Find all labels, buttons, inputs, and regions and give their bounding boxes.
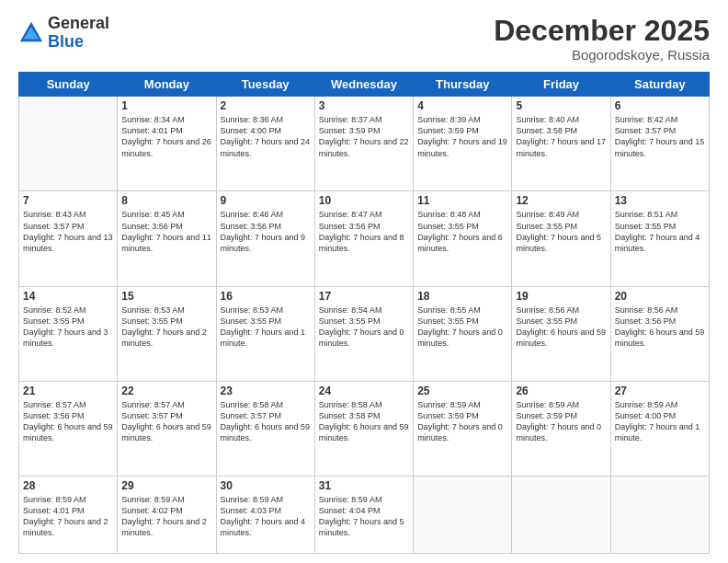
day-number: 13 xyxy=(615,194,705,207)
table-row: 7Sunrise: 8:43 AMSunset: 3:57 PMDaylight… xyxy=(19,191,118,286)
day-number: 8 xyxy=(121,194,211,207)
table-row: 18Sunrise: 8:55 AMSunset: 3:55 PMDayligh… xyxy=(414,286,512,381)
day-number: 19 xyxy=(516,290,606,303)
cell-content: Sunrise: 8:46 AMSunset: 3:56 PMDaylight:… xyxy=(221,209,311,254)
cell-content: Sunrise: 8:59 AMSunset: 4:01 PMDaylight:… xyxy=(23,494,113,539)
month-title: December 2025 xyxy=(494,15,710,47)
cell-content: Sunrise: 8:37 AMSunset: 3:59 PMDaylight:… xyxy=(319,114,409,159)
cell-content: Sunrise: 8:58 AMSunset: 3:57 PMDaylight:… xyxy=(221,399,311,444)
cell-content: Sunrise: 8:36 AMSunset: 4:00 PMDaylight:… xyxy=(221,114,311,159)
day-number: 30 xyxy=(221,479,311,492)
table-row: 13Sunrise: 8:51 AMSunset: 3:55 PMDayligh… xyxy=(610,191,709,286)
day-number: 24 xyxy=(319,385,409,397)
calendar-week-row: 1Sunrise: 8:34 AMSunset: 4:01 PMDaylight… xyxy=(19,97,710,191)
table-row: 11Sunrise: 8:48 AMSunset: 3:55 PMDayligh… xyxy=(414,191,512,286)
calendar-header-row: Sunday Monday Tuesday Wednesday Thursday… xyxy=(19,73,710,97)
table-row: 10Sunrise: 8:47 AMSunset: 3:56 PMDayligh… xyxy=(314,191,413,286)
table-row: 16Sunrise: 8:53 AMSunset: 3:55 PMDayligh… xyxy=(216,286,314,381)
day-number: 21 xyxy=(23,385,113,397)
day-number: 7 xyxy=(23,194,113,207)
table-row xyxy=(512,477,610,554)
day-number: 17 xyxy=(319,290,409,303)
table-row: 12Sunrise: 8:49 AMSunset: 3:55 PMDayligh… xyxy=(512,191,610,286)
calendar-week-row: 7Sunrise: 8:43 AMSunset: 3:57 PMDaylight… xyxy=(19,191,710,286)
col-sunday: Sunday xyxy=(19,73,118,97)
col-tuesday: Tuesday xyxy=(216,73,314,97)
day-number: 25 xyxy=(417,385,507,397)
calendar-table: Sunday Monday Tuesday Wednesday Thursday… xyxy=(18,72,710,554)
day-number: 1 xyxy=(121,99,211,112)
table-row: 27Sunrise: 8:59 AMSunset: 4:00 PMDayligh… xyxy=(610,381,709,476)
day-number: 5 xyxy=(516,99,606,112)
cell-content: Sunrise: 8:52 AMSunset: 3:55 PMDaylight:… xyxy=(23,304,113,350)
day-number: 2 xyxy=(221,99,311,112)
cell-content: Sunrise: 8:40 AMSunset: 3:58 PMDaylight:… xyxy=(516,114,606,159)
table-row: 17Sunrise: 8:54 AMSunset: 3:55 PMDayligh… xyxy=(314,286,413,381)
day-number: 6 xyxy=(615,99,705,112)
cell-content: Sunrise: 8:49 AMSunset: 3:55 PMDaylight:… xyxy=(516,209,606,254)
day-number: 22 xyxy=(121,385,211,397)
table-row xyxy=(414,477,512,554)
cell-content: Sunrise: 8:59 AMSunset: 4:04 PMDaylight:… xyxy=(319,494,409,539)
table-row: 20Sunrise: 8:56 AMSunset: 3:56 PMDayligh… xyxy=(610,286,709,381)
cell-content: Sunrise: 8:59 AMSunset: 3:59 PMDaylight:… xyxy=(417,399,507,444)
logo: General Blue xyxy=(18,15,109,52)
table-row xyxy=(610,477,709,554)
table-row: 14Sunrise: 8:52 AMSunset: 3:55 PMDayligh… xyxy=(19,286,118,381)
day-number: 12 xyxy=(516,194,606,207)
table-row: 21Sunrise: 8:57 AMSunset: 3:56 PMDayligh… xyxy=(19,381,118,476)
day-number: 26 xyxy=(516,385,606,397)
cell-content: Sunrise: 8:48 AMSunset: 3:55 PMDaylight:… xyxy=(417,209,507,254)
day-number: 9 xyxy=(221,194,311,207)
cell-content: Sunrise: 8:53 AMSunset: 3:55 PMDaylight:… xyxy=(121,304,211,350)
day-number: 4 xyxy=(417,99,507,112)
table-row: 5Sunrise: 8:40 AMSunset: 3:58 PMDaylight… xyxy=(512,97,610,191)
day-number: 20 xyxy=(615,290,705,303)
cell-content: Sunrise: 8:56 AMSunset: 3:56 PMDaylight:… xyxy=(615,304,705,350)
col-thursday: Thursday xyxy=(414,73,512,97)
calendar-week-row: 21Sunrise: 8:57 AMSunset: 3:56 PMDayligh… xyxy=(19,381,710,476)
table-row: 25Sunrise: 8:59 AMSunset: 3:59 PMDayligh… xyxy=(414,381,512,476)
cell-content: Sunrise: 8:42 AMSunset: 3:57 PMDaylight:… xyxy=(615,114,705,159)
header: General Blue December 2025 Bogorodskoye,… xyxy=(18,15,710,63)
table-row: 1Sunrise: 8:34 AMSunset: 4:01 PMDaylight… xyxy=(118,97,216,191)
cell-content: Sunrise: 8:56 AMSunset: 3:55 PMDaylight:… xyxy=(516,304,606,350)
cell-content: Sunrise: 8:59 AMSunset: 4:03 PMDaylight:… xyxy=(221,494,311,539)
table-row: 23Sunrise: 8:58 AMSunset: 3:57 PMDayligh… xyxy=(216,381,314,476)
table-row xyxy=(19,97,118,191)
col-saturday: Saturday xyxy=(610,73,709,97)
table-row: 15Sunrise: 8:53 AMSunset: 3:55 PMDayligh… xyxy=(118,286,216,381)
day-number: 29 xyxy=(121,479,211,492)
day-number: 18 xyxy=(417,290,507,303)
logo-blue-text: Blue xyxy=(48,32,84,51)
cell-content: Sunrise: 8:51 AMSunset: 3:55 PMDaylight:… xyxy=(615,209,705,254)
day-number: 10 xyxy=(319,194,409,207)
table-row: 24Sunrise: 8:58 AMSunset: 3:58 PMDayligh… xyxy=(314,381,413,476)
day-number: 27 xyxy=(615,385,705,397)
col-friday: Friday xyxy=(512,73,610,97)
subtitle: Bogorodskoye, Russia xyxy=(494,47,710,63)
logo-text: General Blue xyxy=(48,15,109,52)
table-row: 29Sunrise: 8:59 AMSunset: 4:02 PMDayligh… xyxy=(118,477,216,554)
col-monday: Monday xyxy=(118,73,216,97)
table-row: 30Sunrise: 8:59 AMSunset: 4:03 PMDayligh… xyxy=(216,477,314,554)
cell-content: Sunrise: 8:57 AMSunset: 3:56 PMDaylight:… xyxy=(23,399,113,444)
page: General Blue December 2025 Bogorodskoye,… xyxy=(0,0,728,563)
table-row: 26Sunrise: 8:59 AMSunset: 3:59 PMDayligh… xyxy=(512,381,610,476)
day-number: 23 xyxy=(221,385,311,397)
table-row: 4Sunrise: 8:39 AMSunset: 3:59 PMDaylight… xyxy=(414,97,512,191)
day-number: 3 xyxy=(319,99,409,112)
day-number: 31 xyxy=(319,479,409,492)
cell-content: Sunrise: 8:59 AMSunset: 3:59 PMDaylight:… xyxy=(516,399,606,444)
table-row: 2Sunrise: 8:36 AMSunset: 4:00 PMDaylight… xyxy=(216,97,314,191)
table-row: 22Sunrise: 8:57 AMSunset: 3:57 PMDayligh… xyxy=(118,381,216,476)
cell-content: Sunrise: 8:47 AMSunset: 3:56 PMDaylight:… xyxy=(319,209,409,254)
cell-content: Sunrise: 8:59 AMSunset: 4:02 PMDaylight:… xyxy=(121,494,211,539)
cell-content: Sunrise: 8:34 AMSunset: 4:01 PMDaylight:… xyxy=(121,114,211,159)
cell-content: Sunrise: 8:58 AMSunset: 3:58 PMDaylight:… xyxy=(319,399,409,444)
cell-content: Sunrise: 8:57 AMSunset: 3:57 PMDaylight:… xyxy=(121,399,211,444)
table-row: 28Sunrise: 8:59 AMSunset: 4:01 PMDayligh… xyxy=(19,477,118,554)
day-number: 15 xyxy=(121,290,211,303)
cell-content: Sunrise: 8:55 AMSunset: 3:55 PMDaylight:… xyxy=(417,304,507,350)
table-row: 9Sunrise: 8:46 AMSunset: 3:56 PMDaylight… xyxy=(216,191,314,286)
